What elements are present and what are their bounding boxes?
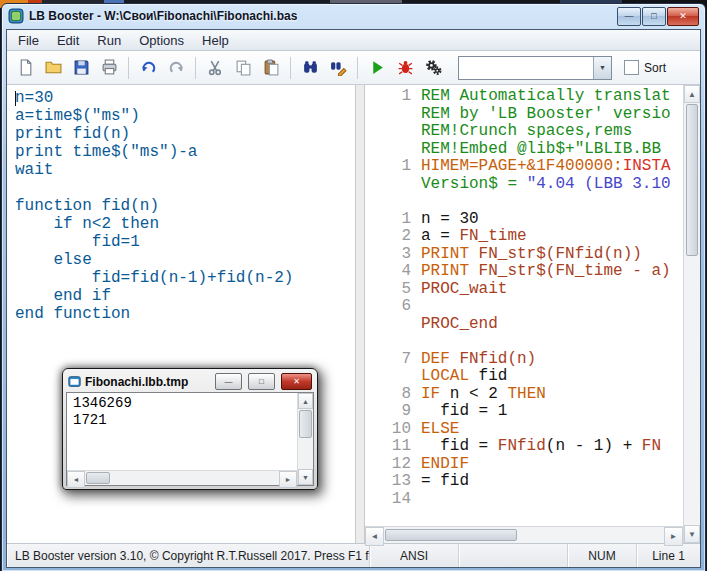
output-horizontal-scrollbar[interactable]: ◄ ► — [67, 470, 297, 485]
line-number — [365, 106, 421, 124]
code-line: 10ELSE — [365, 421, 683, 439]
code-line: if n<2 then — [15, 215, 355, 233]
paste-button[interactable] — [258, 55, 284, 81]
vertical-scrollbar[interactable]: ▲ ▼ — [683, 85, 700, 543]
debug-button[interactable] — [392, 55, 418, 81]
output-close-button[interactable]: ✕ — [281, 373, 312, 390]
scroll-track[interactable] — [111, 471, 279, 485]
output-vertical-scrollbar[interactable]: ▲ ▼ — [297, 393, 313, 485]
close-button[interactable]: ✕ — [667, 7, 699, 26]
code-line: 3PRINT FN_str$(FNfid(n)) — [365, 246, 683, 264]
code-line: 14 — [365, 491, 683, 509]
scroll-thumb[interactable] — [686, 104, 698, 256]
scroll-up-icon[interactable]: ▲ — [684, 85, 700, 103]
cut-button[interactable] — [202, 55, 228, 81]
line-number: 1 — [365, 211, 421, 229]
horizontal-scrollbar[interactable]: ◄ ► — [365, 526, 683, 543]
menu-options[interactable]: Options — [130, 31, 193, 50]
copy-icon — [235, 59, 252, 76]
scroll-thumb[interactable] — [299, 410, 312, 438]
chevron-down-icon[interactable]: ▼ — [593, 57, 611, 79]
line-number: 1 — [365, 158, 421, 176]
toolbar-combobox[interactable]: ▼ — [458, 56, 612, 80]
output-title-bar[interactable]: Fibonachi.lbb.tmp — □ ✕ — [66, 371, 314, 392]
save-button[interactable] — [68, 55, 94, 81]
right-code[interactable]: 1REM Automatically translatREM by 'LB Bo… — [365, 85, 683, 526]
code-line: LOCAL fid — [365, 368, 683, 386]
scroll-right-icon[interactable]: ► — [279, 471, 297, 488]
redo-button[interactable] — [163, 55, 189, 81]
status-encoding: ANSI — [370, 544, 459, 567]
scroll-track[interactable] — [684, 257, 700, 525]
toolbar-separator — [128, 57, 129, 79]
code-line: wait — [15, 161, 355, 179]
menu-edit[interactable]: Edit — [48, 31, 88, 50]
build-button[interactable] — [420, 55, 446, 81]
code-line: 4PRINT FN_str$(FN_time - a) — [365, 263, 683, 281]
status-numlock: NUM — [568, 544, 637, 567]
code-line: REM!Crunch spaces,rems — [365, 123, 683, 141]
code-line: print fid(n) — [15, 125, 355, 143]
status-spare — [459, 544, 568, 567]
line-number — [365, 141, 421, 159]
code-line: 1HIMEM=PAGE+&1F400000:INSTA — [365, 158, 683, 176]
scroll-track[interactable] — [298, 439, 313, 469]
scroll-down-icon[interactable]: ▼ — [298, 469, 313, 485]
code-line — [365, 193, 683, 211]
find-button[interactable] — [297, 55, 323, 81]
window-title: LB Booster - W:\Свои\Fibonachi\Fibonachi… — [29, 9, 297, 23]
code-line: REM by 'LB Booster' versio — [365, 106, 683, 124]
status-message: LB Booster version 3.10, © Copyright R.T… — [7, 544, 370, 567]
code-line: function fid(n) — [15, 197, 355, 215]
line-number: 10 — [365, 421, 421, 439]
redo-icon — [168, 59, 185, 76]
gears-icon — [425, 59, 442, 76]
scroll-right-icon[interactable]: ► — [664, 527, 683, 546]
code-line: 13= fid — [365, 473, 683, 491]
scroll-left-icon[interactable]: ◄ — [67, 471, 85, 488]
menu-help[interactable]: Help — [193, 31, 238, 50]
output-window-title: Fibonachi.lbb.tmp — [85, 375, 209, 389]
undo-button[interactable] — [135, 55, 161, 81]
scroll-track[interactable] — [518, 527, 664, 543]
copy-button[interactable] — [230, 55, 256, 81]
left-code: n=30a=time$("ms")print fid(n)print time$… — [15, 89, 355, 323]
line-number: 5 — [365, 281, 421, 299]
scroll-down-icon[interactable]: ▼ — [684, 525, 700, 543]
scroll-thumb[interactable] — [86, 472, 110, 484]
find-binoculars-icon — [302, 59, 319, 76]
line-number: 14 — [365, 491, 421, 509]
scroll-up-icon[interactable]: ▲ — [298, 393, 313, 409]
menu-run[interactable]: Run — [88, 31, 130, 50]
print-button[interactable] — [96, 55, 122, 81]
maximize-button[interactable]: □ — [642, 7, 666, 26]
scroll-thumb[interactable] — [385, 529, 517, 541]
output-maximize-button[interactable]: □ — [248, 373, 275, 390]
output-body: 13462691721 ▲ ▼ ◄ ► — [66, 392, 314, 486]
run-button[interactable] — [364, 55, 390, 81]
menu-file[interactable]: File — [9, 31, 48, 50]
open-button[interactable] — [40, 55, 66, 81]
toolbar-separator — [290, 57, 291, 79]
scroll-left-icon[interactable]: ◄ — [365, 527, 384, 546]
sort-checkbox[interactable] — [624, 60, 639, 75]
code-line: print time$("ms")-a — [15, 143, 355, 161]
code-line: 12ENDIF — [365, 456, 683, 474]
line-number: 11 — [365, 438, 421, 456]
line-number — [365, 333, 421, 351]
code-line: a=time$("ms") — [15, 107, 355, 125]
code-line: 9 fid = 1 — [365, 403, 683, 421]
replace-button[interactable] — [325, 55, 351, 81]
output-line: 1721 — [73, 412, 291, 429]
new-button[interactable] — [12, 55, 38, 81]
code-line: 6 — [365, 298, 683, 316]
minimize-button[interactable]: — — [617, 7, 641, 26]
title-bar[interactable]: LB Booster - W:\Свои\Fibonachi\Fibonachi… — [2, 4, 705, 28]
output-minimize-button[interactable]: — — [215, 373, 242, 390]
code-line: Version$ = "4.04 (LBB 3.10 — [365, 176, 683, 194]
code-line: n=30 — [15, 89, 355, 107]
open-folder-icon — [45, 59, 62, 76]
line-number: 2 — [365, 228, 421, 246]
pane-splitter[interactable] — [355, 85, 365, 543]
code-line: 2a = FN_time — [365, 228, 683, 246]
